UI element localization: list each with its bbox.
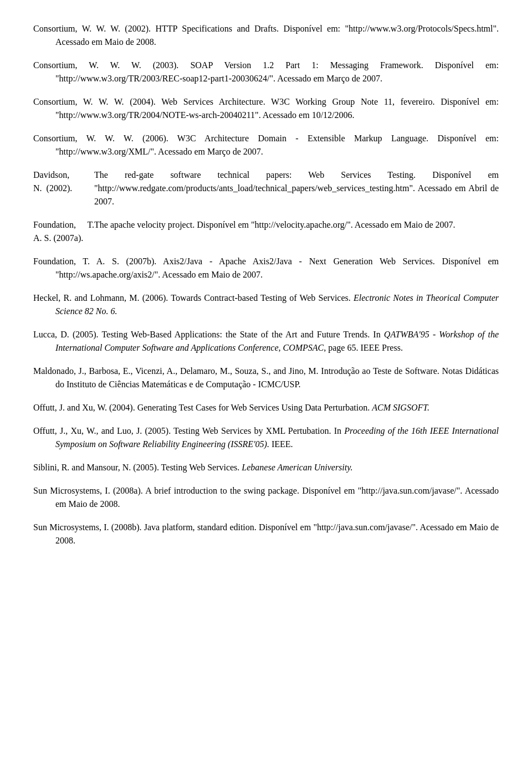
list-item: Sun Microsystems, I. (2008a). A brief in… bbox=[33, 484, 499, 511]
list-item: Offutt, J. and Xu, W. (2004). Generating… bbox=[33, 401, 499, 414]
list-item: Consortium, W. W. W. (2003). SOAP Versio… bbox=[33, 59, 499, 85]
list-item: Siblini, R. and Mansour, N. (2005). Test… bbox=[33, 461, 499, 474]
list-item: Offutt, J., Xu, W., and Luo, J. (2005). … bbox=[33, 424, 499, 451]
references-list: Consortium, W. W. W. (2002). HTTP Specif… bbox=[33, 22, 499, 547]
list-item: Heckel, R. and Lohmann, M. (2006). Towar… bbox=[33, 291, 499, 318]
list-item: Foundation, T. A. S. (2007a). The apache… bbox=[33, 218, 499, 245]
list-item: Sun Microsystems, I. (2008b). Java platf… bbox=[33, 521, 499, 547]
list-item: Maldonado, J., Barbosa, E., Vicenzi, A.,… bbox=[33, 365, 499, 391]
list-item: Foundation, T. A. S. (2007b). Axis2/Java… bbox=[33, 255, 499, 281]
list-item: Consortium, W. W. W. (2006). W3C Archite… bbox=[33, 132, 499, 158]
list-item: Consortium, W. W. W. (2002). HTTP Specif… bbox=[33, 22, 499, 49]
list-item: Consortium, W. W. W. (2004). Web Service… bbox=[33, 95, 499, 122]
list-item: Davidson, N. (2002). The red-gate softwa… bbox=[33, 168, 499, 208]
list-item: Lucca, D. (2005). Testing Web-Based Appl… bbox=[33, 328, 499, 355]
